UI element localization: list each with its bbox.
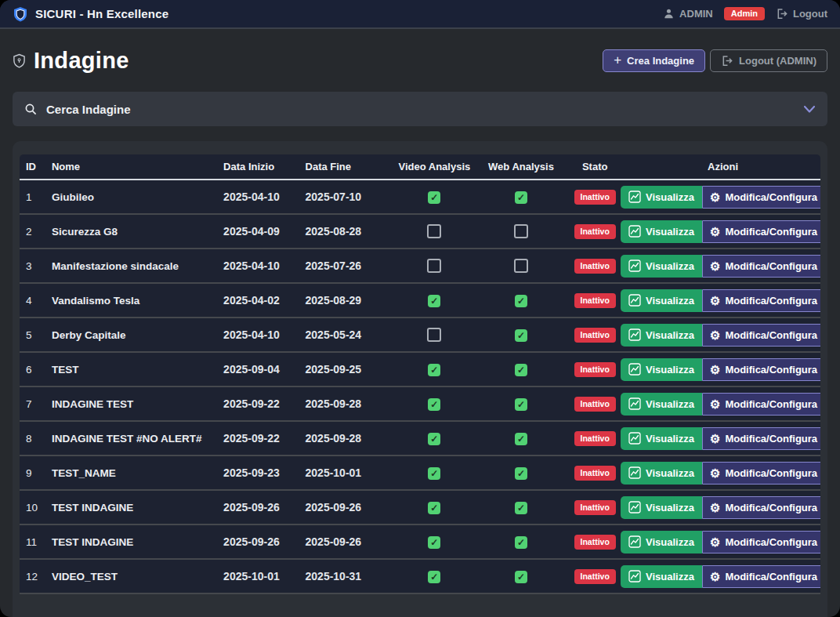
main-content: Indagine + Crea Indagine Logout (ADMIN)	[0, 48, 840, 617]
web-analysis-checkbox[interactable]	[515, 191, 527, 204]
video-analysis-checkbox[interactable]	[428, 502, 440, 514]
modifica-configura-button[interactable]: ⚙ Modifica/Configura	[702, 462, 820, 485]
web-analysis-checkbox[interactable]	[515, 295, 527, 307]
page-header: Indagine + Crea Indagine Logout (ADMIN)	[13, 48, 827, 74]
modifica-configura-button[interactable]: ⚙ Modifica/Configura	[702, 255, 820, 278]
video-analysis-checkbox[interactable]	[428, 295, 440, 307]
col-data-fine: Data Fine	[306, 154, 392, 180]
video-analysis-checkbox[interactable]	[428, 364, 440, 376]
video-analysis-checkbox[interactable]	[427, 328, 441, 342]
modifica-configura-label: Modifica/Configura	[725, 433, 817, 445]
topbar-logout-label: Logout	[793, 8, 827, 20]
row-id: 12	[20, 559, 52, 593]
row-data-inizio: 2025-04-10	[223, 249, 305, 283]
table-row: 2 Sicurezza G8 2025-04-09 2025-08-28 Ina…	[20, 214, 820, 249]
row-nome: Vandalismo Tesla	[52, 283, 223, 318]
modifica-configura-button[interactable]: ⚙ Modifica/Configura	[702, 289, 820, 312]
visualizza-label: Visualizza	[646, 260, 694, 272]
visualizza-button[interactable]: Visualizza	[621, 255, 702, 278]
video-analysis-checkbox[interactable]	[428, 571, 440, 583]
web-analysis-checkbox[interactable]	[515, 467, 527, 480]
video-analysis-checkbox[interactable]	[428, 467, 440, 480]
modifica-configura-button[interactable]: ⚙ Modifica/Configura	[702, 565, 820, 588]
web-analysis-checkbox[interactable]	[515, 571, 527, 583]
visualizza-button[interactable]: Visualizza	[621, 289, 702, 312]
video-analysis-checkbox[interactable]	[427, 224, 441, 238]
video-analysis-checkbox[interactable]	[428, 398, 440, 411]
modifica-configura-button[interactable]: ⚙ Modifica/Configura	[702, 324, 820, 347]
table-row: 11 TEST INDAGINE 2025-09-26 2025-09-26 I…	[20, 524, 820, 559]
shield-outline-icon	[13, 53, 26, 68]
visualizza-button[interactable]: Visualizza	[621, 324, 702, 347]
gear-icon: ⚙	[710, 191, 720, 203]
video-analysis-checkbox[interactable]	[428, 191, 440, 204]
crea-indagine-label: Crea Indagine	[627, 55, 694, 67]
logout-admin-label: Logout (ADMIN)	[739, 55, 816, 67]
modifica-configura-button[interactable]: ⚙ Modifica/Configura	[702, 427, 820, 450]
row-nome: Manifestazione sindacale	[52, 249, 223, 283]
web-analysis-checkbox[interactable]	[514, 224, 528, 238]
web-analysis-checkbox[interactable]	[515, 329, 527, 342]
web-analysis-checkbox[interactable]	[515, 536, 527, 549]
stato-badge: Inattivo	[574, 224, 616, 239]
stato-badge: Inattivo	[574, 190, 616, 205]
modifica-configura-button[interactable]: ⚙ Modifica/Configura	[702, 186, 820, 209]
row-actions: Visualizza ⚙ Modifica/Configura	[625, 462, 820, 485]
visualizza-button[interactable]: Visualizza	[621, 462, 702, 485]
table-row: 9 TEST_NAME 2025-09-23 2025-10-01 Inatti…	[20, 455, 820, 490]
chart-line-icon	[628, 570, 641, 583]
chart-line-icon	[628, 294, 641, 307]
visualizza-button[interactable]: Visualizza	[621, 220, 702, 243]
logout-admin-button[interactable]: Logout (ADMIN)	[710, 49, 827, 72]
visualizza-button[interactable]: Visualizza	[621, 393, 702, 416]
row-data-inizio: 2025-09-22	[223, 387, 305, 421]
modifica-configura-button[interactable]: ⚙ Modifica/Configura	[702, 393, 820, 416]
row-nome: TEST INDAGINE	[52, 524, 223, 559]
modifica-configura-button[interactable]: ⚙ Modifica/Configura	[702, 358, 820, 381]
visualizza-label: Visualizza	[646, 502, 694, 514]
search-accordion[interactable]: Cerca Indagine	[13, 92, 827, 126]
visualizza-button[interactable]: Visualizza	[621, 358, 702, 381]
row-id: 7	[20, 387, 52, 421]
row-data-inizio: 2025-04-10	[223, 180, 305, 214]
web-analysis-checkbox[interactable]	[515, 398, 527, 411]
app-window: SICURI - Hn Excellence ADMIN Admin	[0, 0, 840, 617]
chart-line-icon	[628, 535, 641, 548]
video-analysis-checkbox[interactable]	[428, 433, 440, 445]
brand-shield-icon	[13, 6, 28, 22]
modifica-configura-label: Modifica/Configura	[725, 536, 817, 548]
row-data-fine: 2025-10-01	[306, 455, 392, 490]
visualizza-button[interactable]: Visualizza	[621, 565, 702, 588]
video-analysis-checkbox[interactable]	[427, 259, 441, 273]
visualizza-button[interactable]: Visualizza	[621, 186, 702, 209]
web-analysis-checkbox[interactable]	[514, 259, 528, 273]
topbar-logout-button[interactable]: Logout	[776, 8, 827, 20]
col-id: ID	[20, 154, 52, 180]
row-actions: Visualizza ⚙ Modifica/Configura	[625, 496, 820, 519]
col-web-analysis: Web Analysis	[478, 154, 565, 180]
video-analysis-checkbox[interactable]	[428, 536, 440, 549]
visualizza-button[interactable]: Visualizza	[621, 496, 702, 519]
chevron-down-icon	[803, 105, 816, 114]
modifica-configura-button[interactable]: ⚙ Modifica/Configura	[702, 496, 820, 519]
modifica-configura-button[interactable]: ⚙ Modifica/Configura	[702, 220, 820, 243]
web-analysis-checkbox[interactable]	[515, 502, 527, 514]
row-id: 3	[20, 249, 52, 283]
user-icon	[663, 8, 675, 20]
row-nome: Sicurezza G8	[52, 214, 223, 249]
table-row: 6 TEST 2025-09-04 2025-09-25 Inattivo Vi…	[20, 352, 820, 387]
visualizza-button[interactable]: Visualizza	[621, 531, 702, 553]
modifica-configura-label: Modifica/Configura	[725, 364, 817, 376]
web-analysis-checkbox[interactable]	[515, 364, 527, 376]
stato-badge: Inattivo	[574, 431, 616, 446]
web-analysis-checkbox[interactable]	[515, 433, 527, 445]
col-azioni: Azioni	[625, 154, 820, 180]
gear-icon: ⚙	[710, 571, 720, 583]
brand-title: SICURI - Hn Excellence	[35, 7, 168, 20]
crea-indagine-button[interactable]: + Crea Indagine	[603, 49, 705, 72]
modifica-configura-button[interactable]: ⚙ Modifica/Configura	[702, 531, 820, 553]
visualizza-label: Visualizza	[646, 364, 694, 376]
stato-badge: Inattivo	[574, 535, 616, 550]
chart-line-icon	[628, 501, 641, 514]
visualizza-button[interactable]: Visualizza	[621, 427, 702, 450]
